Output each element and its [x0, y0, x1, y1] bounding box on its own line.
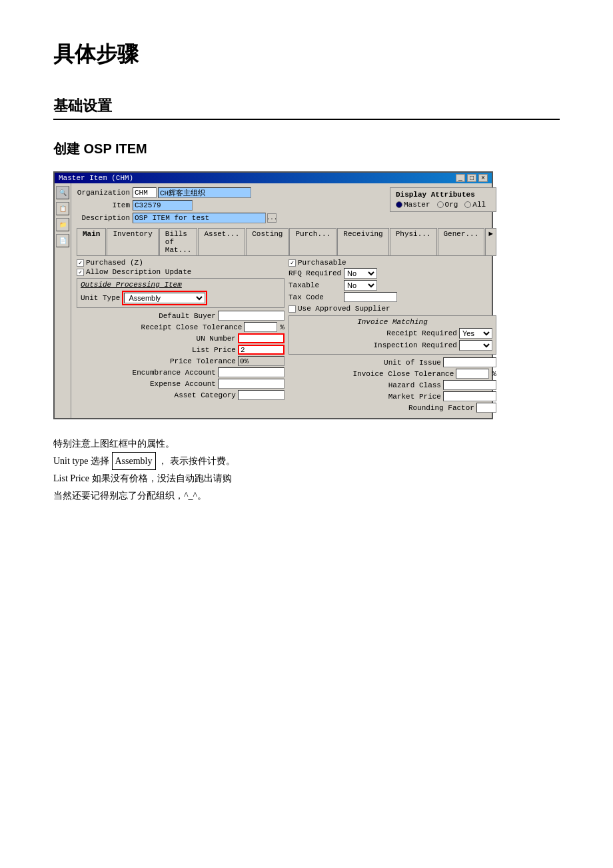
- description-button[interactable]: ...: [267, 213, 277, 223]
- restore-button[interactable]: □: [467, 174, 476, 182]
- use-approved-checkbox[interactable]: [289, 305, 296, 313]
- list-price-row: List Price: [77, 345, 285, 355]
- taxable-label: Taxable: [289, 281, 342, 289]
- invoice-pct-sign: %: [492, 370, 496, 378]
- asset-category-label: Asset Category: [169, 391, 236, 399]
- sidebar-btn-1[interactable]: 🔍: [56, 186, 69, 199]
- sidebar-btn-4[interactable]: 📄: [56, 234, 69, 247]
- tab-receiving[interactable]: Receiving: [337, 228, 388, 255]
- price-tolerance-row: Price Tolerance: [77, 356, 285, 366]
- note-line3: List Price 如果没有价格，没法自动跑出请购: [53, 470, 560, 487]
- tab-content: ✓ Purchased (Z) ✓ Allow Description Upda…: [77, 259, 496, 414]
- market-price-input[interactable]: [443, 391, 496, 401]
- encumbrance-account-input[interactable]: [218, 367, 285, 377]
- asset-category-input[interactable]: [238, 390, 285, 400]
- price-tolerance-label: Price Tolerance: [169, 357, 236, 365]
- note-line2: Unit type 选择 Assembly ， 表示按件计费。: [53, 452, 560, 470]
- radio-all-label: All: [472, 201, 486, 209]
- tax-code-input[interactable]: [344, 292, 397, 302]
- radio-group: Master Org All: [396, 201, 490, 209]
- radio-master-icon: [396, 201, 402, 208]
- radio-master[interactable]: Master: [396, 201, 430, 209]
- purchased-checkbox[interactable]: ✓: [77, 259, 84, 267]
- description-label: Description: [77, 214, 130, 222]
- purchased-row: ✓ Purchased (Z): [77, 259, 285, 267]
- tab-purch[interactable]: Purch...: [289, 228, 336, 255]
- minimize-button[interactable]: _: [456, 174, 465, 182]
- expense-account-input[interactable]: [218, 379, 285, 389]
- tab-gener[interactable]: Gener...: [438, 228, 485, 255]
- tab-costing[interactable]: Costing: [246, 228, 289, 255]
- tab-physi[interactable]: Physi...: [390, 228, 437, 255]
- hazard-class-input[interactable]: [443, 380, 496, 390]
- allow-description-checkbox[interactable]: ✓: [77, 269, 84, 276]
- sub-title: 创建 OSP ITEM: [53, 140, 560, 158]
- item-label: Item: [77, 201, 130, 209]
- tab-inventory[interactable]: Inventory: [107, 228, 158, 255]
- org-name-input[interactable]: [158, 187, 251, 198]
- taxable-select[interactable]: No Yes: [344, 280, 377, 291]
- expense-account-label: Expense Account: [149, 380, 216, 388]
- default-buyer-input[interactable]: [218, 311, 285, 321]
- hazard-class-label: Hazard Class: [374, 381, 441, 389]
- inspection-required-label: Inspection Required: [374, 341, 457, 349]
- section-title: 基础设置: [53, 96, 560, 120]
- org-code-input[interactable]: [133, 187, 157, 198]
- purchasable-checkbox[interactable]: ✓: [289, 259, 296, 267]
- note-line4: 当然还要记得别忘了分配组织，^_^。: [53, 487, 560, 504]
- receipt-required-select[interactable]: Yes No: [459, 328, 492, 339]
- notes-section: 特别注意上图红框中的属性。 Unit type 选择 Assembly ， 表示…: [53, 435, 560, 504]
- price-tolerance-input[interactable]: [238, 356, 285, 366]
- note-line2-suffix: ， 表示按件计费。: [158, 456, 235, 466]
- window-titlebar: Master Item (CHM) _ □ ×: [55, 173, 492, 183]
- un-number-label: UN Number: [169, 335, 236, 343]
- invoice-close-tolerance-label: Invoice Close Tolerance: [353, 370, 454, 378]
- list-price-label: List Price: [169, 346, 236, 354]
- rfq-required-row: RFQ Required No Yes: [289, 268, 496, 279]
- unit-type-label: Unit Type: [81, 294, 120, 302]
- invoice-close-tolerance-input[interactable]: [456, 369, 489, 379]
- inspection-required-select[interactable]: Yes No: [459, 340, 492, 351]
- radio-org[interactable]: Org: [437, 201, 458, 209]
- unit-of-issue-row: Unit of Issue: [289, 357, 496, 367]
- receipt-required-label: Receipt Required: [386, 329, 457, 337]
- right-bottom-fields: Unit of Issue Invoice Close Tolerance % …: [289, 357, 496, 413]
- display-attrs-title: Display Attributes: [396, 191, 490, 199]
- list-price-input[interactable]: [238, 345, 285, 355]
- tab-asset[interactable]: Asset...: [198, 228, 245, 255]
- invoice-close-tolerance-row: Invoice Close Tolerance %: [289, 369, 496, 379]
- tab-bills-of-mat[interactable]: Bills of Mat...: [159, 228, 198, 255]
- hazard-class-row: Hazard Class: [289, 380, 496, 390]
- invoice-matching-title: Invoice Matching: [293, 318, 492, 326]
- window-controls[interactable]: _ □ ×: [456, 174, 488, 182]
- master-item-window: Master Item (CHM) _ □ × 🔍 📋 📁 📄: [53, 171, 493, 419]
- allow-description-row: ✓ Allow Description Update: [77, 268, 285, 276]
- default-buyer-label: Default Buyer: [149, 312, 216, 320]
- un-number-input[interactable]: [238, 333, 285, 343]
- sidebar-btn-2[interactable]: 📋: [56, 202, 69, 215]
- note-assembly-box: Assembly: [112, 452, 156, 470]
- market-price-label: Market Price: [374, 393, 441, 401]
- rounding-factor-input[interactable]: [476, 403, 496, 413]
- allow-description-label: Allow Description Update: [86, 268, 191, 276]
- radio-all[interactable]: All: [464, 201, 486, 209]
- window-body: Organization Item Description: [71, 183, 502, 418]
- item-input[interactable]: [133, 200, 193, 211]
- receipt-close-tolerance-label: Receipt Close Tolerance: [141, 323, 243, 331]
- description-input[interactable]: [133, 213, 266, 223]
- unit-of-issue-label: Unit of Issue: [374, 359, 441, 367]
- rfq-select[interactable]: No Yes: [344, 268, 377, 279]
- receipt-close-tolerance-input[interactable]: [244, 322, 277, 332]
- content-area: Organization Item Description: [71, 183, 502, 418]
- sidebar-btn-3[interactable]: 📁: [56, 218, 69, 231]
- purchasable-label: Purchasable: [298, 259, 346, 267]
- radio-org-icon: [437, 201, 444, 208]
- unit-type-select[interactable]: Assembly Outside Processing: [124, 293, 205, 303]
- expense-account-row: Expense Account: [77, 379, 285, 389]
- bottom-left-fields: Default Buyer Receipt Close Tolerance % …: [77, 311, 285, 400]
- tab-main[interactable]: Main: [77, 228, 106, 255]
- use-approved-label: Use Approved Supplier: [298, 305, 390, 313]
- unit-of-issue-input[interactable]: [443, 357, 496, 367]
- close-button[interactable]: ×: [478, 174, 488, 182]
- tab-more-button[interactable]: ►: [485, 228, 496, 255]
